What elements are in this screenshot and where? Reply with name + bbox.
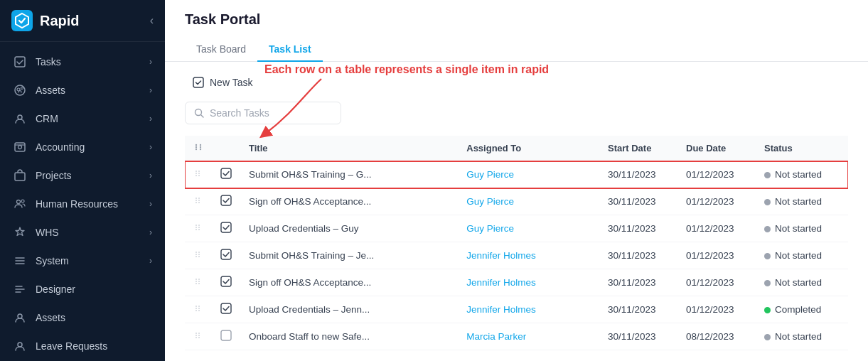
- accounting-arrow-icon: ›: [149, 142, 152, 152]
- svg-point-29: [200, 149, 201, 150]
- row-status: Not started: [756, 161, 848, 188]
- svg-point-75: [198, 335, 200, 336]
- search-bar[interactable]: Search Tasks: [185, 102, 341, 124]
- sidebar-item-leave-requests-label: Leave Requests: [36, 340, 107, 352]
- svg-point-66: [198, 306, 200, 307]
- row-assigned[interactable]: Jennifer Holmes: [458, 242, 599, 269]
- row-checkbox[interactable]: [212, 269, 240, 296]
- svg-rect-21: [193, 77, 203, 87]
- sidebar-item-leave-requests[interactable]: Leave Requests: [0, 332, 165, 360]
- col-assigned-header: Assigned To: [458, 136, 599, 161]
- sidebar-item-whs[interactable]: WHS ›: [0, 218, 165, 247]
- row-assigned[interactable]: Not set: [458, 350, 599, 352]
- sidebar-item-system[interactable]: System ›: [0, 247, 165, 275]
- row-assigned[interactable]: Guy Pierce: [458, 188, 599, 215]
- row-checkbox[interactable]: [212, 242, 240, 269]
- svg-rect-71: [221, 303, 231, 313]
- svg-rect-10: [15, 173, 25, 180]
- sidebar-item-human-resources-label: Human Resources: [36, 198, 118, 210]
- svg-point-24: [195, 144, 197, 146]
- sidebar-item-projects[interactable]: Projects ›: [0, 161, 165, 190]
- projects-icon: [13, 168, 27, 183]
- table-row[interactable]: Sign off OH&S Acceptance...Guy Pierce30/…: [185, 188, 848, 215]
- svg-point-54: [198, 254, 200, 255]
- row-due-date: 08/12/2023: [677, 323, 756, 350]
- table-row[interactable]: Onboard Staff to new Safe...Marcia Parke…: [185, 323, 848, 350]
- row-start-date: 30/11/2023: [599, 296, 677, 323]
- sidebar-item-crm[interactable]: CRM ›: [0, 104, 165, 133]
- sidebar-collapse-icon[interactable]: ‹: [150, 14, 154, 27]
- table-row[interactable]: Submit OH&S Training – Je...Jennifer Hol…: [185, 242, 848, 269]
- svg-point-73: [198, 333, 200, 334]
- row-assigned[interactable]: Jennifer Holmes: [458, 269, 599, 296]
- svg-rect-36: [221, 168, 231, 178]
- svg-point-67: [195, 308, 197, 309]
- svg-point-47: [198, 227, 200, 228]
- drag-handle: [185, 323, 212, 350]
- sidebar-item-tasks[interactable]: Tasks ›: [0, 48, 165, 76]
- drag-handle: [185, 296, 212, 323]
- row-title: New Machine Warehouse: [240, 350, 458, 352]
- new-task-button[interactable]: New Task: [185, 72, 259, 93]
- svg-point-33: [198, 173, 200, 174]
- row-due-date: 01/12/2023: [677, 188, 756, 215]
- svg-point-6: [18, 115, 22, 119]
- sidebar-item-accounting[interactable]: Accounting ›: [0, 133, 165, 161]
- status-label: Not started: [775, 331, 822, 342]
- accounting-icon: [13, 140, 27, 154]
- row-assigned[interactable]: Guy Pierce: [458, 161, 599, 188]
- table-row[interactable]: Upload Credentials – Jenn...Jennifer Hol…: [185, 296, 848, 323]
- table-row[interactable]: Submit OH&S Training – G...Guy Pierce30/…: [185, 161, 848, 188]
- svg-rect-7: [15, 143, 25, 151]
- row-due-date: 01/12/2023: [677, 161, 756, 188]
- row-assigned[interactable]: Guy Pierce: [458, 215, 599, 242]
- sidebar-item-assets2[interactable]: Assets: [0, 303, 165, 332]
- row-checkbox[interactable]: [212, 215, 240, 242]
- row-title: Sign off OH&S Acceptance...: [240, 269, 458, 296]
- svg-point-62: [195, 283, 197, 284]
- sidebar-item-human-resources[interactable]: Human Resources ›: [0, 190, 165, 218]
- svg-rect-64: [221, 276, 231, 286]
- svg-point-55: [195, 256, 197, 257]
- svg-point-46: [195, 227, 197, 228]
- row-checkbox[interactable]: [212, 296, 240, 323]
- tasks-icon: [13, 55, 27, 69]
- svg-point-19: [18, 314, 22, 318]
- search-icon: [194, 108, 204, 118]
- row-checkbox[interactable]: [212, 323, 240, 350]
- sidebar-item-assets[interactable]: Assets ›: [0, 76, 165, 104]
- svg-point-11: [17, 200, 21, 204]
- svg-point-74: [195, 335, 197, 336]
- table-row[interactable]: Sign off OH&S Acceptance...Jennifer Holm…: [185, 269, 848, 296]
- sidebar-item-crm-label: CRM: [36, 113, 58, 124]
- projects-arrow-icon: ›: [149, 171, 152, 180]
- table-row[interactable]: Upload Credentials – GuyGuy Pierce30/11/…: [185, 215, 848, 242]
- row-assigned[interactable]: Jennifer Holmes: [458, 296, 599, 323]
- tab-task-list[interactable]: Task List: [257, 38, 323, 62]
- row-checkbox[interactable]: [212, 188, 240, 215]
- row-checkbox[interactable]: [212, 350, 240, 352]
- row-assigned[interactable]: Marcia Parker: [458, 323, 599, 350]
- col-title-header: Title: [240, 136, 458, 161]
- table-row[interactable]: New Machine WarehouseNot set21/11/202322…: [185, 350, 848, 352]
- row-title: Upload Credentials – Jenn...: [240, 296, 458, 323]
- col-status-header: Status: [756, 136, 848, 161]
- row-title: Onboard Staff to new Safe...: [240, 323, 458, 350]
- svg-point-60: [195, 281, 197, 282]
- svg-rect-78: [221, 330, 231, 340]
- row-status: Not started: [756, 242, 848, 269]
- tasks-arrow-icon: ›: [149, 57, 152, 67]
- tab-task-board[interactable]: Task Board: [185, 38, 257, 62]
- app-title: Rapid: [40, 13, 80, 29]
- row-checkbox[interactable]: [212, 161, 240, 188]
- new-task-icon: [192, 76, 205, 89]
- row-due-date: 22/11/2023: [677, 350, 756, 352]
- svg-point-56: [198, 256, 200, 257]
- sidebar-nav: Tasks › Assets › CRM ›: [0, 42, 165, 361]
- row-due-date: 01/12/2023: [677, 242, 756, 269]
- sidebar-item-system-label: System: [36, 255, 69, 266]
- drag-handle: [185, 269, 212, 296]
- sidebar-item-designer[interactable]: Designer: [0, 275, 165, 303]
- sidebar-header: Rapid ‹: [0, 0, 165, 42]
- row-status: Not started: [756, 215, 848, 242]
